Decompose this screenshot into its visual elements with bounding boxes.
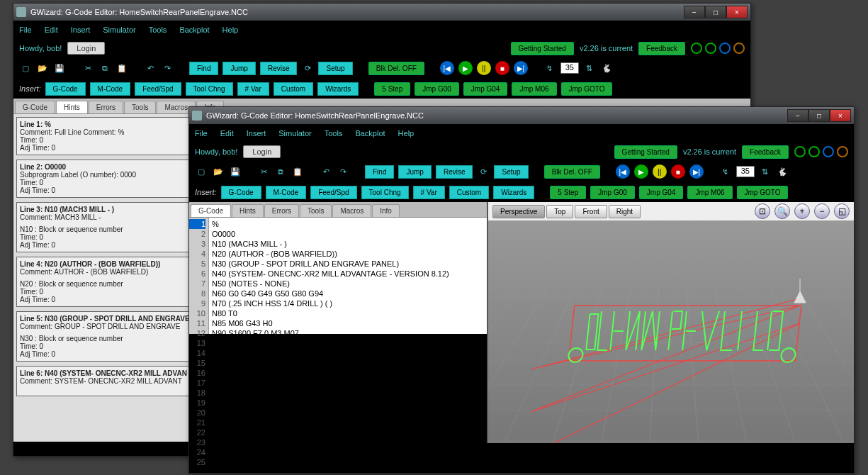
cut-icon[interactable]: ✂ <box>257 165 270 178</box>
step-back-button[interactable]: |◀ <box>616 164 630 179</box>
revise-button[interactable]: Revise <box>260 62 298 75</box>
insert-toolchng[interactable]: Tool Chng <box>361 186 409 199</box>
insert-feedspd[interactable]: Feed/Spd <box>135 82 181 96</box>
titlebar[interactable]: GWizard: G-Code Editor: HomeSwitchRearPa… <box>13 4 750 21</box>
zoom-out-icon[interactable]: − <box>814 203 830 219</box>
login-button[interactable]: Login <box>243 145 281 158</box>
close-button[interactable]: × <box>830 109 851 122</box>
insert-custom[interactable]: Custom <box>274 82 313 96</box>
blkdel-button[interactable]: Blk Del. OFF <box>544 165 600 179</box>
tab-info[interactable]: Info <box>372 204 400 217</box>
blkdel-button[interactable]: Blk Del. OFF <box>368 62 424 75</box>
undo-icon[interactable]: ↶ <box>144 62 157 74</box>
find-button[interactable]: Find <box>365 165 394 179</box>
jmpm06-button[interactable]: Jmp M06 <box>512 82 556 96</box>
jmpgoto-button[interactable]: Jmp GOTO <box>561 82 613 96</box>
menu-backplot[interactable]: Backplot <box>179 26 209 34</box>
insert-feedspd[interactable]: Feed/Spd <box>310 186 356 199</box>
status-icon-2[interactable] <box>808 146 820 157</box>
status-icon-1[interactable] <box>691 43 702 54</box>
jmpg04-button[interactable]: Jmp G04 <box>639 186 684 199</box>
jump-button[interactable]: Jump <box>222 62 255 75</box>
menu-file[interactable]: File <box>19 26 32 34</box>
tab-gcode[interactable]: G-Code <box>191 204 231 217</box>
jump-button[interactable]: Jump <box>398 165 431 179</box>
open-icon[interactable]: 📂 <box>36 62 49 74</box>
maximize-button[interactable]: □ <box>808 109 830 122</box>
close-button[interactable]: × <box>726 6 748 18</box>
login-button[interactable]: Login <box>67 42 105 55</box>
play-button[interactable]: ▶ <box>634 164 648 179</box>
new-icon[interactable]: ▢ <box>195 165 208 178</box>
getting-started-button[interactable]: Getting Started <box>614 145 677 159</box>
pause-button[interactable]: || <box>477 61 491 75</box>
new-icon[interactable]: ▢ <box>19 62 32 74</box>
redo-icon[interactable]: ↷ <box>337 165 349 178</box>
tab-errors[interactable]: Errors <box>264 204 299 217</box>
fivestep-button[interactable]: 5 Step <box>550 186 586 199</box>
status-icon-2[interactable] <box>705 43 716 54</box>
paste-icon[interactable]: 📋 <box>115 62 128 74</box>
titlebar-front[interactable]: GWizard: G-Code Editor: HomeSwitchRearPa… <box>189 107 854 124</box>
revise-button[interactable]: Revise <box>436 165 473 179</box>
step-back-button[interactable]: |◀ <box>440 61 454 75</box>
tab-tools[interactable]: Tools <box>300 204 332 217</box>
minimize-button[interactable]: − <box>684 6 705 18</box>
insert-mcode[interactable]: M-Code <box>90 82 131 96</box>
setup-button[interactable]: Setup <box>318 62 352 75</box>
minimize-button[interactable]: − <box>787 109 808 122</box>
menu-insert[interactable]: Insert <box>71 26 91 34</box>
stop-button[interactable]: ■ <box>671 164 685 179</box>
menu-insert[interactable]: Insert <box>247 129 266 138</box>
step-fwd-button[interactable]: ▶| <box>689 164 704 179</box>
menu-backplot[interactable]: Backplot <box>355 129 385 138</box>
viewport-3d[interactable] <box>488 220 854 443</box>
refresh-icon[interactable]: ⟳ <box>301 62 314 74</box>
status-icon-1[interactable] <box>794 146 806 157</box>
redo-icon[interactable]: ↷ <box>161 62 174 74</box>
status-icon-3[interactable] <box>733 43 745 54</box>
jmpg04-button[interactable]: Jmp G04 <box>463 82 508 96</box>
menu-help[interactable]: Help <box>222 26 239 34</box>
insert-wizards[interactable]: Wizards <box>317 82 359 96</box>
insert-custom[interactable]: Custom <box>449 186 489 199</box>
menu-simulator[interactable]: Simulator <box>103 26 135 34</box>
menu-help[interactable]: Help <box>398 129 415 138</box>
tab-gcode[interactable]: G-Code <box>15 101 55 113</box>
cut-icon[interactable]: ✂ <box>81 62 94 74</box>
insert-gcode[interactable]: G-Code <box>45 82 86 96</box>
feedback-button[interactable]: Feedback <box>742 145 789 159</box>
insert-var[interactable]: # Var <box>413 186 445 199</box>
undo-icon[interactable]: ↶ <box>320 165 332 178</box>
rabbit-icon[interactable]: 🐇 <box>776 165 789 178</box>
open-icon[interactable]: 📂 <box>212 165 225 178</box>
rate-input[interactable]: 35 <box>736 166 755 177</box>
rabbit-icon[interactable]: 🐇 <box>600 62 613 74</box>
pause-button[interactable]: || <box>653 164 667 179</box>
zoom-in-icon[interactable]: + <box>794 203 810 219</box>
insert-toolchng[interactable]: Tool Chng <box>186 82 233 96</box>
status-icon-3[interactable] <box>837 146 848 157</box>
find-button[interactable]: Find <box>189 62 218 75</box>
menu-file[interactable]: File <box>195 129 208 138</box>
fivestep-button[interactable]: 5 Step <box>374 82 410 96</box>
tab-errors[interactable]: Errors <box>89 101 123 113</box>
zoom-fit-icon[interactable]: ⊡ <box>755 203 770 219</box>
view-perspective[interactable]: Perspective <box>492 205 545 218</box>
play-button[interactable]: ▶ <box>458 61 473 75</box>
zoom-icon[interactable]: 🔍 <box>774 203 790 219</box>
tab-hints[interactable]: Hints <box>232 204 264 217</box>
stop-button[interactable]: ■ <box>495 61 509 75</box>
menu-tools[interactable]: Tools <box>325 129 343 138</box>
feedback-button[interactable]: Feedback <box>638 42 685 55</box>
copy-icon[interactable]: ⧉ <box>98 62 111 74</box>
tab-hints[interactable]: Hints <box>56 101 88 113</box>
view-front[interactable]: Front <box>575 205 607 218</box>
save-icon[interactable]: 💾 <box>53 62 66 74</box>
rate-spinner[interactable]: ⇅ <box>759 165 772 178</box>
code-editor[interactable]: %O0000N10 (MACH3 MILL - )N20 (AUTHOR - (… <box>209 218 487 334</box>
getting-started-button[interactable]: Getting Started <box>511 42 574 55</box>
save-icon[interactable]: 💾 <box>229 165 242 178</box>
view-right[interactable]: Right <box>609 205 641 218</box>
insert-mcode[interactable]: M-Code <box>266 186 307 199</box>
